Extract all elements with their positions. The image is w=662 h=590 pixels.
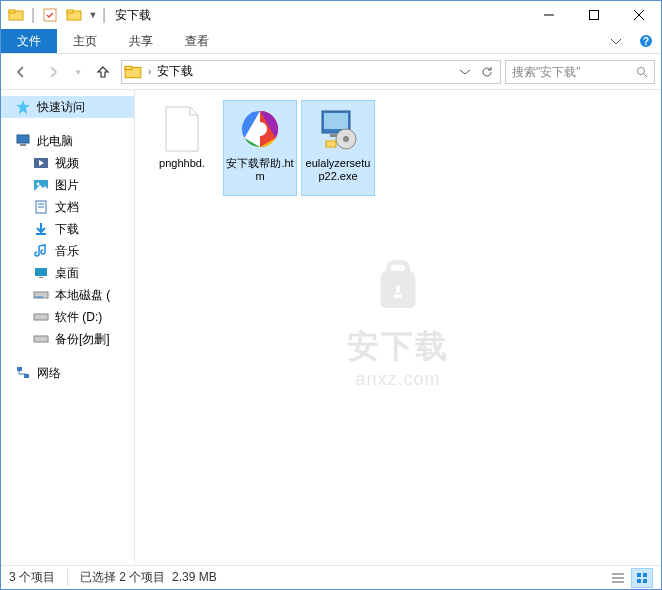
search-box[interactable] xyxy=(505,60,655,84)
help-icon[interactable]: ? xyxy=(631,29,661,53)
tab-file[interactable]: 文件 xyxy=(1,29,57,53)
svg-rect-46 xyxy=(637,573,641,577)
sidebar-label: 网络 xyxy=(37,365,61,382)
sidebar-item-documents[interactable]: 文档 xyxy=(1,196,134,218)
download-icon xyxy=(33,221,49,237)
svg-text:?: ? xyxy=(643,36,649,47)
file-item[interactable]: pnghhbd. xyxy=(145,100,219,196)
sidebar-item-this-pc[interactable]: 此电脑 xyxy=(1,130,134,152)
refresh-icon[interactable] xyxy=(476,61,498,83)
tab-share[interactable]: 共享 xyxy=(113,29,169,53)
view-details-button[interactable] xyxy=(607,568,629,588)
svg-rect-32 xyxy=(17,367,22,371)
forward-button[interactable] xyxy=(39,58,67,86)
drive-icon xyxy=(33,287,49,303)
address-dropdown-icon[interactable] xyxy=(454,61,476,83)
properties-icon[interactable] xyxy=(39,4,61,26)
file-list[interactable]: 安下载 anxz.com pnghhbd. 安下载帮助.htm eulalyze… xyxy=(135,90,661,568)
status-selection: 已选择 2 个项目 2.39 MB xyxy=(80,569,229,586)
sidebar-item-disk-c[interactable]: 本地磁盘 ( xyxy=(1,284,134,306)
main-area: 快速访问 此电脑 视频 图片 文档 下载 音乐 桌面 本地磁盘 ( 软件 (D:… xyxy=(1,90,661,568)
svg-rect-12 xyxy=(125,66,132,69)
svg-rect-34 xyxy=(389,263,408,277)
view-icons-button[interactable] xyxy=(631,568,653,588)
sidebar-item-downloads[interactable]: 下载 xyxy=(1,218,134,240)
maximize-button[interactable] xyxy=(571,1,616,29)
file-item[interactable]: 安下载帮助.htm xyxy=(223,100,297,196)
sidebar-item-videos[interactable]: 视频 xyxy=(1,152,134,174)
svg-rect-16 xyxy=(17,135,29,143)
svg-rect-47 xyxy=(643,573,647,577)
sidebar-label: 图片 xyxy=(55,177,79,194)
svg-point-13 xyxy=(638,67,645,74)
video-icon xyxy=(33,155,49,171)
qat-dropdown-icon[interactable]: ▼ xyxy=(87,4,99,26)
file-name: 安下载帮助.htm xyxy=(226,157,294,183)
sidebar-label: 文档 xyxy=(55,199,79,216)
new-folder-icon[interactable] xyxy=(63,4,85,26)
navigation-pane: 快速访问 此电脑 视频 图片 文档 下载 音乐 桌面 本地磁盘 ( 软件 (D:… xyxy=(1,90,135,568)
watermark-text: 安下载 xyxy=(347,325,449,369)
window-title: 安下载 xyxy=(115,7,151,24)
file-name: pnghhbd. xyxy=(159,157,205,170)
tab-home[interactable]: 主页 xyxy=(57,29,113,53)
minimize-button[interactable] xyxy=(526,1,571,29)
svg-rect-6 xyxy=(589,11,598,20)
svg-rect-30 xyxy=(34,314,48,320)
navigation-bar: ▾ › 安下载 xyxy=(1,54,661,90)
back-button[interactable] xyxy=(7,58,35,86)
search-input[interactable] xyxy=(512,65,636,79)
pictures-icon xyxy=(33,177,49,193)
svg-point-21 xyxy=(37,183,40,186)
sidebar-item-backup[interactable]: 备份[勿删] xyxy=(1,328,134,350)
sidebar-label: 视频 xyxy=(55,155,79,172)
sidebar-item-disk-d[interactable]: 软件 (D:) xyxy=(1,306,134,328)
file-item[interactable]: eulalyzersetup22.exe xyxy=(301,100,375,196)
desktop-icon xyxy=(33,265,49,281)
up-button[interactable] xyxy=(89,58,117,86)
sidebar-label: 此电脑 xyxy=(37,133,73,150)
chevron-right-icon[interactable]: › xyxy=(146,66,153,77)
svg-marker-15 xyxy=(16,100,30,114)
qat-separator: | xyxy=(29,4,37,26)
pc-icon xyxy=(15,133,31,149)
svg-rect-4 xyxy=(67,10,73,13)
status-item-count: 3 个项目 xyxy=(9,569,68,586)
breadcrumb[interactable]: 安下载 xyxy=(153,63,197,80)
svg-line-14 xyxy=(644,74,647,77)
sidebar-label: 桌面 xyxy=(55,265,79,282)
svg-rect-29 xyxy=(35,297,43,298)
folder-icon xyxy=(124,63,142,81)
watermark-sub: anxz.com xyxy=(347,369,449,390)
file-htm-icon xyxy=(236,105,284,153)
drive-icon xyxy=(33,331,49,347)
recent-dropdown-icon[interactable]: ▾ xyxy=(71,58,85,86)
star-icon xyxy=(15,99,31,115)
search-icon[interactable] xyxy=(636,66,648,78)
sidebar-item-quick-access[interactable]: 快速访问 xyxy=(1,96,134,118)
title-bar: | ▼ | 安下载 xyxy=(1,1,661,29)
file-installer-icon xyxy=(314,105,362,153)
sidebar-label: 备份[勿删] xyxy=(55,331,110,348)
svg-rect-38 xyxy=(324,113,348,129)
sidebar-item-pictures[interactable]: 图片 xyxy=(1,174,134,196)
sidebar-item-desktop[interactable]: 桌面 xyxy=(1,262,134,284)
window-controls xyxy=(526,1,661,29)
address-bar[interactable]: › 安下载 xyxy=(121,60,501,84)
network-icon xyxy=(15,365,31,381)
tab-view[interactable]: 查看 xyxy=(169,29,225,53)
ribbon-tabs: 文件 主页 共享 查看 ? xyxy=(1,29,661,54)
sidebar-label: 快速访问 xyxy=(37,99,85,116)
close-button[interactable] xyxy=(616,1,661,29)
svg-rect-27 xyxy=(39,277,43,278)
sidebar-item-network[interactable]: 网络 xyxy=(1,362,134,384)
svg-point-36 xyxy=(253,122,267,136)
drive-icon xyxy=(33,309,49,325)
svg-rect-31 xyxy=(34,336,48,342)
ribbon-expand-icon[interactable] xyxy=(601,29,631,53)
folder-icon[interactable] xyxy=(5,4,27,26)
sidebar-item-music[interactable]: 音乐 xyxy=(1,240,134,262)
svg-rect-42 xyxy=(326,141,336,147)
music-icon xyxy=(33,243,49,259)
svg-rect-33 xyxy=(24,374,29,378)
